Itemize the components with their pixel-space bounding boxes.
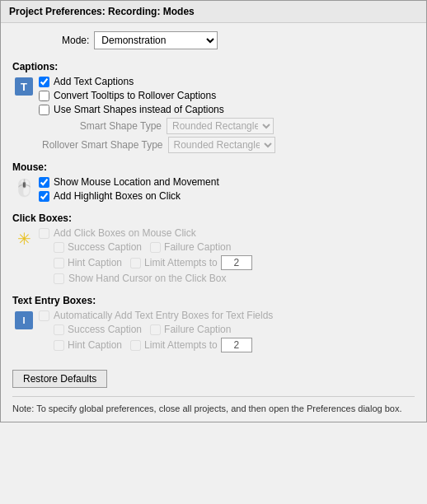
add-highlight-label: Add Highlight Boxes on Click [54, 190, 181, 202]
mouse-label: Mouse: [12, 161, 415, 173]
te-limit-checkbox[interactable] [130, 340, 141, 351]
add-click-boxes-label: Add Click Boxes on Mouse Click [54, 227, 196, 239]
te-failure-label: Failure Caption [164, 324, 231, 335]
text-caption-icon: T [15, 77, 33, 96]
click-failure-label: Failure Caption [164, 241, 231, 253]
mode-select[interactable]: Demonstration Assessment Training Custom [94, 31, 218, 49]
mode-row: Mode: Demonstration Assessment Training … [62, 31, 415, 49]
add-text-captions-checkbox[interactable] [39, 77, 49, 87]
add-click-boxes-checkbox[interactable] [39, 228, 49, 239]
restore-defaults-button[interactable]: Restore Defaults [12, 370, 107, 388]
click-success-failure-row: Success Caption Failure Caption [54, 241, 415, 253]
use-smart-shapes-checkbox[interactable] [39, 105, 49, 115]
captions-label: Captions: [12, 61, 415, 72]
show-mouse-label: Show Mouse Location and Movement [54, 176, 219, 188]
title-bar: Project Preferences: Recording: Modes [1, 1, 426, 23]
show-hand-cursor-label: Show Hand Cursor on the Click Box [68, 273, 226, 284]
add-highlight-checkbox[interactable] [39, 191, 49, 202]
smart-shape-type-label: Smart Shape Type [42, 120, 162, 132]
click-hint-limit-row: Hint Caption Limit Attempts to [54, 255, 415, 270]
text-entry-options: Automatically Add Text Entry Boxes for T… [39, 310, 415, 355]
convert-tooltips-checkbox[interactable] [39, 91, 49, 101]
auto-add-label: Automatically Add Text Entry Boxes for T… [54, 310, 273, 321]
text-entry-icon-box: I [15, 311, 33, 329]
text-entry-label: Text Entry Boxes: [12, 295, 415, 306]
text-entry-icon-row: I Automatically Add Text Entry Boxes for… [12, 310, 415, 355]
text-entry-sub: Success Caption Failure Caption Hint Cap… [54, 324, 415, 352]
smart-shape-type-row: Smart Shape Type Rounded Rectangle [42, 118, 415, 134]
smart-shape-type-select[interactable]: Rounded Rectangle [167, 118, 274, 134]
click-boxes-label: Click Boxes: [12, 212, 415, 224]
te-failure-col: Failure Caption [150, 324, 231, 335]
add-highlight-row: Add Highlight Boxes on Click [39, 190, 219, 202]
te-success-col: Success Caption [54, 324, 142, 335]
auto-add-checkbox[interactable] [39, 310, 49, 321]
click-limit-checkbox[interactable] [130, 258, 141, 268]
click-failure-col: Failure Caption [150, 241, 231, 253]
add-text-captions-row: Add Text Captions [39, 76, 224, 87]
click-hint-label: Hint Caption [68, 257, 122, 268]
mouse-options: Show Mouse Location and Movement Add Hig… [39, 176, 219, 204]
click-success-label: Success Caption [68, 241, 142, 253]
click-boxes-icon-row: ✳ Add Click Boxes on Mouse Click Success… [12, 227, 415, 287]
convert-tooltips-row: Convert Tooltips to Rollover Captions [39, 90, 224, 101]
note-section: Note: To specify global preferences, clo… [12, 396, 415, 413]
te-success-checkbox[interactable] [54, 324, 64, 335]
click-boxes-section: Click Boxes: ✳ Add Click Boxes on Mouse … [12, 212, 415, 287]
rollover-smart-shape-label: Rollover Smart Shape Type [42, 139, 163, 151]
click-boxes-sub: Success Caption Failure Caption Hint Cap… [54, 241, 415, 284]
text-entry-icon: I [12, 310, 35, 329]
use-smart-shapes-label: Use Smart Shapes instead of Captions [54, 104, 224, 115]
te-hint-limit-row: Hint Caption Limit Attempts to [54, 338, 415, 352]
click-limit-input[interactable] [221, 255, 252, 270]
te-limit-label: Limit Attempts to [144, 339, 218, 351]
mouse-section: Mouse: 🖱️ Show Mouse Location and Moveme… [12, 161, 415, 204]
mouse-icon: 🖱️ [12, 176, 35, 198]
click-boxes-icon: ✳ [12, 227, 35, 249]
mode-label: Mode: [62, 35, 89, 46]
click-limit-col: Limit Attempts to [130, 255, 252, 270]
window-title: Project Preferences: Recording: Modes [9, 6, 195, 17]
click-hint-checkbox[interactable] [54, 258, 64, 268]
te-hint-label: Hint Caption [68, 339, 122, 351]
show-mouse-row: Show Mouse Location and Movement [39, 176, 219, 188]
click-success-checkbox[interactable] [54, 242, 64, 253]
auto-add-row: Automatically Add Text Entry Boxes for T… [39, 310, 415, 321]
te-success-label: Success Caption [68, 324, 142, 335]
click-success-col: Success Caption [54, 241, 142, 253]
text-entry-section: Text Entry Boxes: I Automatically Add Te… [12, 295, 415, 355]
te-success-failure-row: Success Caption Failure Caption [54, 324, 415, 335]
captions-section: Captions: T Add Text Captions Convert To… [12, 61, 415, 153]
show-hand-cursor-row: Show Hand Cursor on the Click Box [54, 273, 415, 284]
use-smart-shapes-row: Use Smart Shapes instead of Captions [39, 104, 224, 115]
main-window: Project Preferences: Recording: Modes Mo… [0, 0, 427, 422]
click-limit-label: Limit Attempts to [144, 257, 218, 268]
show-mouse-checkbox[interactable] [39, 177, 49, 188]
add-text-captions-label: Add Text Captions [54, 76, 134, 87]
add-click-boxes-row: Add Click Boxes on Mouse Click [39, 227, 415, 239]
captions-icon-row: T Add Text Captions Convert Tooltips to … [12, 76, 415, 118]
show-hand-cursor-checkbox[interactable] [54, 273, 64, 284]
captions-icon: T [12, 76, 35, 96]
te-failure-checkbox[interactable] [150, 324, 161, 335]
click-hint-col: Hint Caption [54, 257, 122, 268]
te-limit-col: Limit Attempts to [130, 338, 252, 352]
mouse-icon-row: 🖱️ Show Mouse Location and Movement Add … [12, 176, 415, 204]
rollover-smart-shape-select[interactable]: Rounded Rectangle [168, 137, 275, 153]
captions-options: Add Text Captions Convert Tooltips to Ro… [39, 76, 224, 118]
click-failure-checkbox[interactable] [150, 242, 161, 253]
rollover-smart-shape-row: Rollover Smart Shape Type Rounded Rectan… [42, 137, 415, 153]
click-boxes-options: Add Click Boxes on Mouse Click Success C… [39, 227, 415, 287]
te-limit-input[interactable] [221, 338, 252, 352]
te-hint-checkbox[interactable] [54, 340, 64, 351]
te-hint-col: Hint Caption [54, 339, 122, 351]
note-text: Note: To specify global preferences, clo… [12, 404, 401, 413]
convert-tooltips-label: Convert Tooltips to Rollover Captions [54, 90, 216, 101]
